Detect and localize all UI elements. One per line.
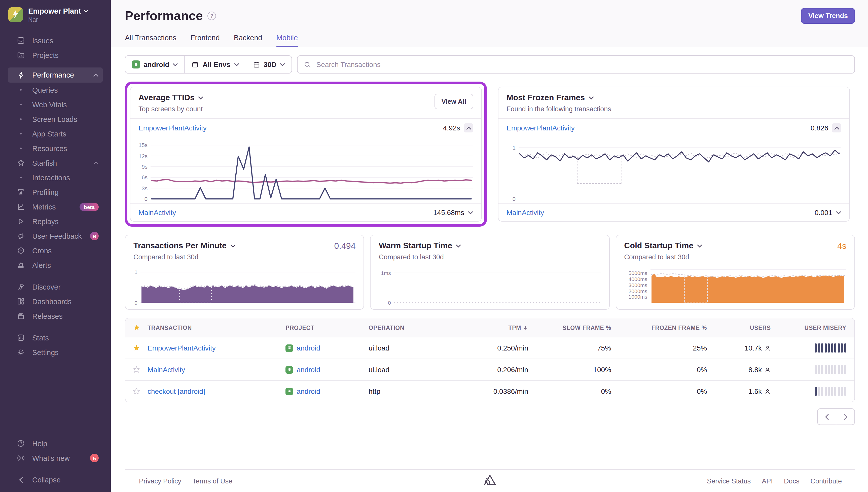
tpm-title-dropdown[interactable]: Transactions Per Minute [133, 241, 236, 250]
service-status-link[interactable]: Service Status [707, 477, 751, 485]
ttid-chart [151, 139, 473, 200]
sidebar-collapse-button[interactable]: Collapse [8, 472, 103, 487]
transaction-link[interactable]: EmpowerPlantActivity [138, 124, 207, 132]
sidebar-item-interactions[interactable]: Interactions [8, 170, 103, 185]
api-link[interactable]: API [762, 477, 773, 485]
sidebar-item-stats[interactable]: Stats [8, 330, 103, 345]
expand-row-button[interactable] [836, 211, 841, 214]
frozen-frame-cell: 0% [611, 366, 707, 374]
chevron-up-icon [93, 162, 99, 165]
previous-page-button[interactable] [817, 409, 836, 425]
sidebar-item-releases[interactable]: Releases [8, 309, 103, 324]
sidebar-item-metrics[interactable]: Metrics beta [8, 200, 103, 214]
next-page-button[interactable] [836, 409, 855, 425]
transaction-link[interactable]: MainActivity [507, 208, 544, 217]
transaction-link[interactable]: MainActivity [138, 208, 176, 217]
y-axis-labels: 1ms0 [379, 266, 394, 304]
date-range-filter[interactable]: 30D [246, 56, 291, 73]
sidebar-item-label: Metrics [32, 203, 56, 211]
user-misery-bars [771, 387, 854, 396]
sidebar-item-help[interactable]: Help [8, 436, 103, 451]
transaction-link[interactable]: EmpowerPlantActivity [148, 344, 216, 352]
column-header-transaction[interactable]: TRANSACTION [148, 324, 286, 330]
column-header-tpm[interactable]: TPM [452, 324, 528, 330]
sidebar-item-discover[interactable]: Discover [8, 280, 103, 294]
project-link[interactable]: android [297, 344, 320, 352]
search-input[interactable] [315, 60, 848, 69]
sidebar-item-screen-loads[interactable]: Screen Loads [8, 112, 103, 127]
star-toggle[interactable] [125, 387, 148, 395]
column-header-project[interactable]: PROJECT [286, 324, 369, 330]
panel-title: Average TTIDs [138, 93, 195, 102]
sidebar-item-settings[interactable]: Settings [8, 345, 103, 360]
sidebar-item-replays[interactable]: Replays [8, 214, 103, 229]
column-header-users[interactable]: USERS [707, 324, 771, 330]
cold-startup-title-dropdown[interactable]: Cold Startup Time [624, 241, 703, 250]
date-range-value: 30D [263, 60, 276, 69]
sidebar-item-dashboards[interactable]: Dashboards [8, 294, 103, 309]
bolt-logo-icon [11, 9, 20, 19]
collapse-row-button[interactable] [832, 123, 841, 132]
sidebar-item-web-vitals[interactable]: Web Vitals [8, 97, 103, 112]
table-row[interactable]: MainActivity android ui.load 0.206/min 1… [125, 359, 854, 380]
column-header-slow-frame[interactable]: SLOW FRAME % [528, 324, 611, 330]
warm-startup-title-dropdown[interactable]: Warm Startup Time [379, 241, 461, 250]
expand-row-button[interactable] [468, 211, 473, 214]
sidebar-item-performance[interactable]: Performance [8, 68, 103, 83]
collapse-row-button[interactable] [464, 123, 473, 132]
sidebar-item-user-feedback[interactable]: User Feedback B [8, 229, 103, 244]
chevron-left-icon [17, 476, 25, 483]
sidebar-item-starfish[interactable]: Starfish [8, 156, 103, 170]
table-row[interactable]: checkout [android] android http 0.0386/m… [125, 380, 854, 402]
page-help-icon[interactable]: ? [207, 11, 216, 20]
table-row[interactable]: EmpowerPlantActivity android ui.load 0.2… [125, 337, 854, 359]
environment-filter[interactable]: All Envs [185, 56, 246, 73]
tab-mobile[interactable]: Mobile [276, 34, 298, 47]
sidebar-item-label: Settings [32, 348, 59, 356]
view-trends-button[interactable]: View Trends [801, 8, 855, 24]
warm-startup-panel: Warm Startup Time Compared to last 30d 1… [370, 235, 610, 310]
sidebar-item-alerts[interactable]: Alerts [8, 258, 103, 273]
tab-all-transactions[interactable]: All Transactions [125, 34, 176, 47]
star-toggle[interactable] [125, 366, 148, 374]
warm-startup-chart [394, 266, 601, 304]
privacy-policy-link[interactable]: Privacy Policy [139, 477, 181, 485]
frozen-frames-title-dropdown[interactable]: Most Frozen Frames [507, 93, 841, 102]
project-link[interactable]: android [297, 366, 320, 374]
cold-startup-chart [650, 266, 846, 304]
org-name: Empower Plant [28, 7, 81, 15]
sidebar-item-label: User Feedback [32, 232, 82, 240]
column-header-operation[interactable]: OPERATION [368, 324, 452, 330]
tab-backend[interactable]: Backend [234, 34, 262, 47]
transaction-link[interactable]: checkout [android] [148, 387, 205, 395]
org-switcher[interactable]: Empower Plant Nar [0, 7, 111, 23]
tpm-cell: 0.206/min [452, 366, 528, 374]
sidebar-item-app-starts[interactable]: App Starts [8, 127, 103, 141]
view-all-button[interactable]: View All [434, 94, 473, 109]
sidebar-item-label: Performance [32, 71, 74, 79]
project-link[interactable]: android [297, 387, 320, 395]
app-window: Empower Plant Nar Issues Projects Perfor… [0, 0, 868, 492]
profiling-icon [17, 188, 25, 197]
project-filter[interactable]: android [125, 56, 184, 73]
sidebar-item-projects[interactable]: Projects [8, 48, 103, 63]
transaction-link[interactable]: MainActivity [148, 366, 185, 374]
page-content: android All Envs 30D [111, 47, 868, 492]
panel-title: Cold Startup Time [624, 241, 693, 250]
terms-of-use-link[interactable]: Terms of Use [192, 477, 232, 485]
contribute-link[interactable]: Contribute [810, 477, 842, 485]
tab-frontend[interactable]: Frontend [190, 34, 220, 47]
docs-link[interactable]: Docs [784, 477, 799, 485]
page-header: Performance ? View Trends All Transactio… [111, 0, 868, 47]
avg-ttids-title-dropdown[interactable]: Average TTIDs [138, 93, 473, 102]
transaction-link[interactable]: EmpowerPlantActivity [507, 124, 575, 132]
sidebar-item-profiling[interactable]: Profiling [8, 185, 103, 200]
star-toggle[interactable] [125, 344, 148, 352]
column-header-frozen-frame[interactable]: FROZEN FRAME % [611, 324, 707, 330]
sidebar-item-whats-new[interactable]: What's new 5 [8, 451, 103, 465]
sidebar-item-queries[interactable]: Queries [8, 83, 103, 97]
sidebar-item-issues[interactable]: Issues [8, 33, 103, 48]
sidebar-item-resources[interactable]: Resources [8, 141, 103, 156]
sidebar-item-label: Queries [32, 86, 58, 94]
sidebar-item-crons[interactable]: Crons [8, 244, 103, 258]
